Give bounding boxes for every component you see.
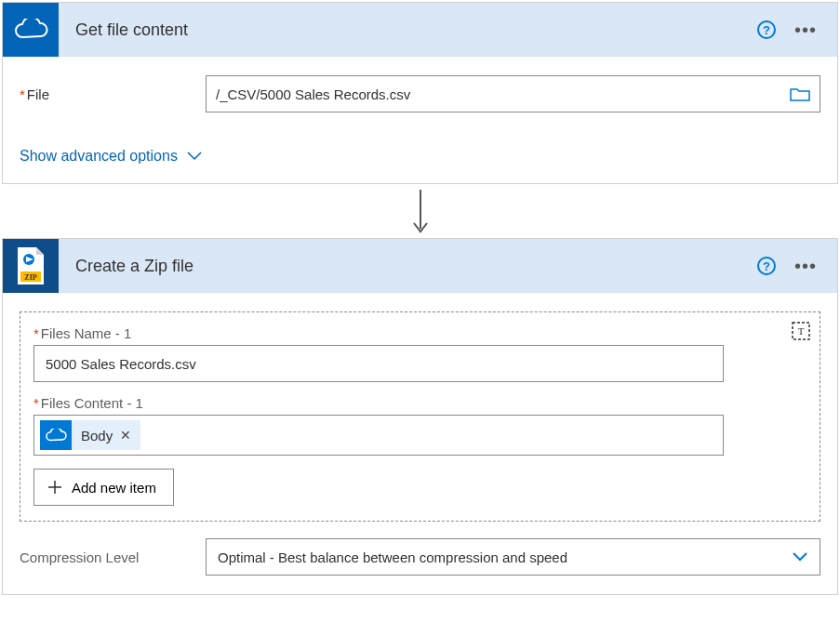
connector-icon-box — [3, 3, 59, 57]
help-icon[interactable]: ? — [757, 20, 776, 39]
compression-value: Optimal - Best balance between compressi… — [218, 549, 567, 565]
token-label: Body — [81, 428, 113, 443]
more-icon[interactable]: ••• — [794, 20, 817, 39]
file-row: File /_CSV/5000 Sales Records.csv — [20, 75, 820, 112]
card-body: T Files Name - 1 5000 Sales Records.csv … — [3, 293, 837, 594]
file-label: File — [20, 86, 206, 102]
compression-row: Compression Level Optimal - Best balance… — [20, 538, 820, 576]
card-header[interactable]: ZIP Create a Zip file ? ••• — [3, 239, 837, 293]
file-input-value: /_CSV/5000 Sales Records.csv — [216, 86, 790, 102]
advanced-label: Show advanced options — [20, 148, 178, 165]
dynamic-content-token[interactable]: Body ✕ — [40, 420, 140, 450]
card-header-actions: ? ••• — [757, 20, 837, 39]
files-content-input[interactable]: Body ✕ — [33, 415, 724, 456]
flow-connector — [2, 184, 838, 238]
files-name-value: 5000 Sales Records.csv — [46, 356, 196, 372]
plus-icon — [47, 480, 62, 495]
add-new-item-button[interactable]: Add new item — [33, 469, 174, 506]
folder-icon[interactable] — [790, 86, 810, 101]
onedrive-icon — [13, 19, 48, 41]
files-name-input[interactable]: 5000 Sales Records.csv — [33, 345, 724, 382]
more-icon[interactable]: ••• — [794, 257, 817, 275]
action-card-create-zip: ZIP Create a Zip file ? ••• T Files Name… — [2, 238, 838, 595]
arrow-down-icon — [411, 188, 430, 234]
card-body: File /_CSV/5000 Sales Records.csv Show a… — [3, 57, 837, 183]
svg-text:ZIP: ZIP — [24, 273, 36, 282]
compression-label: Compression Level — [20, 549, 206, 565]
add-new-item-label: Add new item — [72, 480, 156, 496]
card-header-actions: ? ••• — [757, 257, 837, 275]
compression-dropdown[interactable]: Optimal - Best balance between compressi… — [206, 538, 820, 576]
card-title: Create a Zip file — [75, 257, 757, 276]
files-name-label: Files Name - 1 — [33, 325, 807, 341]
zip-file-icon: ZIP — [15, 246, 47, 285]
onedrive-icon — [40, 420, 72, 450]
card-title: Get file content — [75, 20, 757, 40]
action-card-get-file-content: Get file content ? ••• File /_CSV/5000 S… — [2, 2, 838, 184]
array-item-box: T Files Name - 1 5000 Sales Records.csv … — [20, 311, 820, 522]
switch-to-array-icon[interactable]: T — [792, 322, 810, 340]
file-input[interactable]: /_CSV/5000 Sales Records.csv — [206, 75, 820, 112]
chevron-down-icon — [187, 152, 202, 161]
chevron-down-icon — [792, 551, 808, 562]
connector-icon-box: ZIP — [3, 239, 59, 293]
card-header[interactable]: Get file content ? ••• — [3, 3, 837, 57]
svg-text:T: T — [798, 325, 805, 337]
remove-token-icon[interactable]: ✕ — [120, 428, 131, 443]
show-advanced-options[interactable]: Show advanced options — [20, 148, 820, 165]
files-content-label: Files Content - 1 — [33, 395, 807, 411]
help-icon[interactable]: ? — [757, 257, 776, 275]
